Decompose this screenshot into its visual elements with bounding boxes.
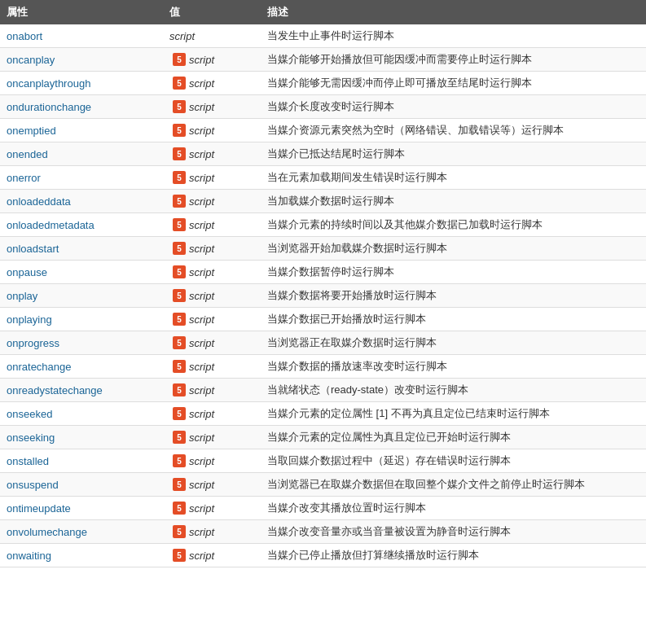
table-row: onseeking5script当媒介元素的定位属性为真且定位已开始时运行脚本 xyxy=(0,426,646,449)
attr-link[interactable]: onloadeddata xyxy=(7,195,71,208)
val-cell: 5script xyxy=(163,95,261,119)
val-cell: 5script xyxy=(163,331,261,355)
table-row: onloadstart5script当浏览器开始加载媒介数据时运行脚本 xyxy=(0,237,646,261)
attr-cell: onseeked xyxy=(0,402,163,426)
table-row: onerror5script当在元素加载期间发生错误时运行脚本 xyxy=(0,166,646,190)
attr-link[interactable]: oncanplay xyxy=(7,54,55,66)
attr-cell: onprogress xyxy=(0,331,163,355)
header-val: 值 xyxy=(163,0,261,24)
val-cell: 5script xyxy=(163,355,261,379)
html5-badge: 5 xyxy=(173,289,186,302)
attr-link[interactable]: onreadystatechange xyxy=(7,384,103,396)
table-row: onplaying5script当媒介数据已开始播放时运行脚本 xyxy=(0,308,646,331)
header-desc: 描述 xyxy=(261,0,646,24)
attr-cell: onloadeddata xyxy=(0,190,163,213)
attr-link[interactable]: onloadstart xyxy=(7,243,59,255)
attr-link[interactable]: ontimeupdate xyxy=(7,502,71,515)
attr-link[interactable]: onpause xyxy=(7,266,47,278)
attr-cell: onstalled xyxy=(0,449,163,473)
val-cell: 5script xyxy=(163,213,261,237)
desc-cell: 当媒介元素的定位属性为真且定位已开始时运行脚本 xyxy=(261,426,646,449)
html5-badge: 5 xyxy=(173,124,186,137)
table-row: onloadeddata5script当加载媒介数据时运行脚本 xyxy=(0,190,646,213)
attr-cell: onseeking xyxy=(0,426,163,449)
attributes-table: 属性 值 描述 onabortscript当发生中止事件时运行脚本oncanpl… xyxy=(0,0,646,567)
attr-link[interactable]: onvolumechange xyxy=(7,526,87,538)
html5-badge: 5 xyxy=(173,360,186,373)
attr-link[interactable]: ondurationchange xyxy=(7,101,91,113)
table-row: onwaiting5script当媒介已停止播放但打算继续播放时运行脚本 xyxy=(0,544,646,567)
value-text: script xyxy=(189,243,214,255)
val-cell: 5script xyxy=(163,142,261,166)
attr-link[interactable]: onended xyxy=(7,148,48,160)
desc-cell: 当媒介已停止播放但打算继续播放时运行脚本 xyxy=(261,544,646,567)
attr-link[interactable]: onseeking xyxy=(7,432,55,444)
table-row: onabortscript当发生中止事件时运行脚本 xyxy=(0,24,646,48)
value-text: script xyxy=(169,30,195,42)
value-text: script xyxy=(189,361,214,373)
value-text: script xyxy=(189,54,214,66)
val-cell: 5script xyxy=(163,520,261,544)
val-cell: 5script xyxy=(163,379,261,402)
table-row: onreadystatechange5script当就绪状态（ready-sta… xyxy=(0,379,646,402)
desc-cell: 当浏览器已在取媒介数据但在取回整个媒介文件之前停止时运行脚本 xyxy=(261,473,646,497)
html5-badge: 5 xyxy=(173,478,186,491)
attr-link[interactable]: onerror xyxy=(7,172,41,184)
value-text: script xyxy=(189,172,214,184)
attr-link[interactable]: onplay xyxy=(7,290,37,302)
val-cell: 5script xyxy=(163,284,261,308)
html5-badge: 5 xyxy=(173,147,186,160)
value-text: script xyxy=(189,337,214,349)
val-cell: 5script xyxy=(163,544,261,567)
table-row: oncanplay5script当媒介能够开始播放但可能因缓冲而需要停止时运行脚… xyxy=(0,48,646,72)
html5-badge: 5 xyxy=(173,265,186,278)
attr-cell: onerror xyxy=(0,166,163,190)
value-text: script xyxy=(189,125,214,137)
table-row: onplay5script当媒介数据将要开始播放时运行脚本 xyxy=(0,284,646,308)
value-text: script xyxy=(189,455,214,467)
attr-link[interactable]: onstalled xyxy=(7,455,49,467)
attr-link[interactable]: onprogress xyxy=(7,337,59,349)
attr-link[interactable]: onabort xyxy=(7,30,42,42)
value-text: script xyxy=(189,432,214,444)
html5-badge: 5 xyxy=(173,100,186,113)
html5-badge: 5 xyxy=(173,431,186,444)
desc-cell: 当媒介改变音量亦或当音量被设置为静音时运行脚本 xyxy=(261,520,646,544)
attr-link[interactable]: oncanplaythrough xyxy=(7,77,90,90)
table-row: onpause5script当媒介数据暂停时运行脚本 xyxy=(0,261,646,284)
attr-cell: onratechange xyxy=(0,355,163,379)
attr-cell: onvolumechange xyxy=(0,520,163,544)
table-row: onvolumechange5script当媒介改变音量亦或当音量被设置为静音时… xyxy=(0,520,646,544)
val-cell: script xyxy=(163,24,261,48)
val-cell: 5script xyxy=(163,449,261,473)
desc-cell: 当媒介数据已开始播放时运行脚本 xyxy=(261,308,646,331)
table-row: ondurationchange5script当媒介长度改变时运行脚本 xyxy=(0,95,646,119)
desc-cell: 当媒介数据的播放速率改变时运行脚本 xyxy=(261,355,646,379)
attr-link[interactable]: onwaiting xyxy=(7,550,51,562)
value-text: script xyxy=(189,479,214,491)
attr-link[interactable]: onloadedmetadata xyxy=(7,219,94,231)
html5-badge: 5 xyxy=(173,549,186,562)
attr-cell: onloadstart xyxy=(0,237,163,261)
table-row: onstalled5script当取回媒介数据过程中（延迟）存在错误时运行脚本 xyxy=(0,449,646,473)
desc-cell: 当媒介元素的定位属性 [1] 不再为真且定位已结束时运行脚本 xyxy=(261,402,646,426)
value-text: script xyxy=(189,195,214,208)
desc-cell: 当媒介资源元素突然为空时（网络错误、加载错误等）运行脚本 xyxy=(261,119,646,142)
html5-badge: 5 xyxy=(173,53,186,66)
val-cell: 5script xyxy=(163,237,261,261)
attr-link[interactable]: onratechange xyxy=(7,361,72,373)
value-text: script xyxy=(189,408,214,420)
attr-link[interactable]: onemptied xyxy=(7,125,56,137)
value-text: script xyxy=(189,219,214,231)
value-text: script xyxy=(189,148,214,160)
attr-link[interactable]: onsuspend xyxy=(7,479,59,491)
header-attr: 属性 xyxy=(0,0,163,24)
attr-link[interactable]: onseeked xyxy=(7,408,52,420)
val-cell: 5script xyxy=(163,166,261,190)
table-header-row: 属性 值 描述 xyxy=(0,0,646,24)
attr-link[interactable]: onplaying xyxy=(7,313,52,326)
html5-badge: 5 xyxy=(173,171,186,184)
html5-badge: 5 xyxy=(173,313,186,326)
val-cell: 5script xyxy=(163,119,261,142)
attr-cell: ontimeupdate xyxy=(0,497,163,520)
